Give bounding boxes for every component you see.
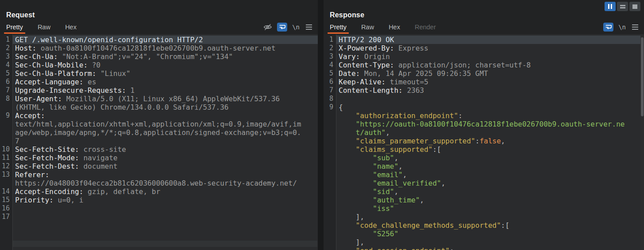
line-text xyxy=(336,95,644,103)
request-horizontal-scrollbar[interactable] xyxy=(13,241,317,247)
line-number xyxy=(324,162,336,171)
code-line: 8User-Agent: Mozilla/5.0 (X11; Linux x86… xyxy=(0,95,318,103)
code-line: "claims_parameter_supported":false, xyxy=(324,137,644,145)
line-text: Referer: xyxy=(13,171,318,179)
line-text: "iss" xyxy=(336,204,644,213)
line-number xyxy=(324,179,336,187)
layout-buttons xyxy=(605,2,640,11)
line-number xyxy=(0,137,13,145)
line-text: Sec-Ch-Ua-Mobile: ?0 xyxy=(13,61,318,69)
line-text: text/html,application/xhtml+xml,applicat… xyxy=(13,120,318,128)
layout-single-button[interactable] xyxy=(629,2,640,11)
code-line: "email", xyxy=(324,171,644,179)
code-line: "auth_time", xyxy=(324,196,644,204)
editor-menu-button[interactable] xyxy=(631,23,640,32)
line-text: Sec-Fetch-Site: cross-site xyxy=(13,145,318,154)
response-panel: Response PrettyRawHexRender \n 1HTTP/2 2… xyxy=(324,0,644,250)
line-text: "sub", xyxy=(336,154,644,162)
line-number xyxy=(324,171,336,179)
single-view-icon xyxy=(632,4,637,9)
code-line: 15Priority: u=0, i xyxy=(0,196,318,204)
line-text: Content-Type: application/json; charset=… xyxy=(336,61,644,69)
line-number: 17 xyxy=(0,213,13,221)
request-tab-bar: PrettyRawHex xyxy=(6,24,77,34)
scrollbar-thumb[interactable] xyxy=(641,37,644,116)
tab-raw[interactable]: Raw xyxy=(38,24,51,34)
editor-menu-button[interactable] xyxy=(304,23,313,32)
tab-raw[interactable]: Raw xyxy=(361,24,374,34)
code-line: 6Keep-Alive: timeout=5 xyxy=(324,78,644,86)
code-line: 9{ xyxy=(324,103,644,111)
line-number xyxy=(0,103,13,111)
line-number: 4 xyxy=(0,61,13,69)
newline-toggle-button[interactable]: \n xyxy=(618,24,626,31)
hide-nonprintable-icon[interactable] xyxy=(263,23,272,32)
line-number xyxy=(0,120,13,128)
line-text: "auth_time", xyxy=(336,196,644,204)
panel-divider[interactable] xyxy=(318,0,324,250)
line-text: "S256" xyxy=(336,230,644,238)
code-line: 16 xyxy=(0,204,318,213)
line-number: 5 xyxy=(324,69,336,78)
line-number xyxy=(324,230,336,238)
request-editor[interactable]: 1GET /.well-known/openid-configuration H… xyxy=(0,34,318,250)
line-number: 6 xyxy=(0,78,13,86)
line-number: 8 xyxy=(324,95,336,103)
line-text: "name", xyxy=(336,162,644,171)
line-text: Accept-Encoding: gzip, deflate, br xyxy=(13,187,318,196)
response-vertical-scrollbar[interactable] xyxy=(640,34,644,250)
code-line: "code_challenge_methods_supported":[ xyxy=(324,221,644,230)
response-editor-toolbar: \n xyxy=(603,22,640,32)
line-text: Upgrade-Insecure-Requests: 1 xyxy=(13,86,318,95)
line-number: 10 xyxy=(0,145,13,154)
line-text xyxy=(13,204,318,213)
line-number: 2 xyxy=(324,44,336,52)
tab-pretty[interactable]: Pretty xyxy=(330,24,347,34)
line-text: Accept: xyxy=(13,111,318,120)
tab-hex[interactable]: Hex xyxy=(389,24,400,34)
newline-toggle-button[interactable]: \n xyxy=(292,24,300,31)
code-line: 5Date: Mon, 14 Apr 2025 09:26:35 GMT xyxy=(324,69,644,78)
line-text: Keep-Alive: timeout=5 xyxy=(336,78,644,86)
line-number xyxy=(0,179,13,187)
line-number xyxy=(0,128,13,137)
line-number xyxy=(324,120,336,128)
line-number: 7 xyxy=(0,86,13,95)
code-line: "sub", xyxy=(324,154,644,162)
code-line: 3Sec-Ch-Ua: "Not:A-Brand";v="24", "Chrom… xyxy=(0,52,318,61)
line-text: Sec-Ch-Ua: "Not:A-Brand";v="24", "Chromi… xyxy=(13,52,318,61)
line-text: Priority: u=0, i xyxy=(13,196,318,204)
tab-hex[interactable]: Hex xyxy=(65,24,77,34)
wrap-lines-button[interactable] xyxy=(603,23,613,32)
line-text: Sec-Fetch-Mode: navigate xyxy=(13,154,318,162)
line-text: 7 xyxy=(13,137,318,145)
code-line: 8 xyxy=(324,95,644,103)
response-tab-bar: PrettyRawHexRender xyxy=(330,24,436,34)
line-number: 12 xyxy=(0,162,13,171)
code-line: 2X-Powered-By: Express xyxy=(324,44,644,52)
line-number: 3 xyxy=(0,52,13,61)
code-line: (KHTML, like Gecko) Chrome/134.0.0.0 Saf… xyxy=(0,103,318,111)
line-number xyxy=(324,204,336,213)
code-line: 14Accept-Encoding: gzip, deflate, br xyxy=(0,187,318,196)
layout-columns-button[interactable] xyxy=(605,2,616,11)
line-number xyxy=(324,154,336,162)
line-number xyxy=(324,111,336,120)
code-line: "authorization_endpoint": xyxy=(324,111,644,120)
code-line: "claims_supported":[ xyxy=(324,145,644,154)
response-editor[interactable]: 1HTTP/2 200 OK2X-Powered-By: Express3Var… xyxy=(324,34,644,250)
line-text: https://0a48003f04ecca2b81c62036000600a8… xyxy=(13,179,318,187)
tab-pretty[interactable]: Pretty xyxy=(6,24,23,34)
line-text: X-Powered-By: Express xyxy=(336,44,644,52)
line-text: (KHTML, like Gecko) Chrome/134.0.0.0 Saf… xyxy=(13,103,318,111)
code-line: "S256" xyxy=(324,230,644,238)
code-line: "sid", xyxy=(324,187,644,196)
line-number: 9 xyxy=(324,103,336,111)
request-editor-toolbar: \n xyxy=(263,22,313,32)
code-line: 9Accept: xyxy=(0,111,318,120)
wrap-lines-button[interactable] xyxy=(277,23,287,32)
code-line: 13Referer: xyxy=(0,171,318,179)
code-line: ], xyxy=(324,238,644,246)
layout-rows-button[interactable] xyxy=(617,2,628,11)
line-text: HTTP/2 200 OK xyxy=(336,36,644,44)
